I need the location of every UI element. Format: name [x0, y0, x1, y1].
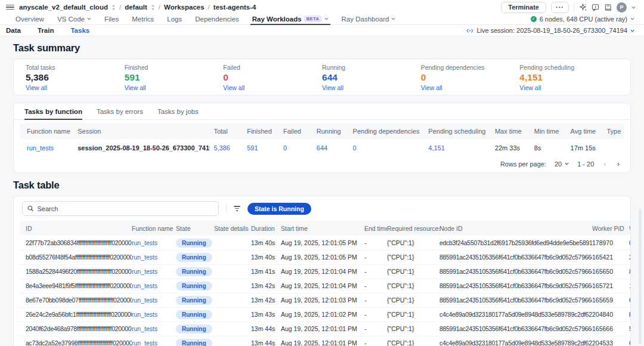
function-row-link[interactable]: run_tests	[27, 144, 54, 152]
task-row: ac73dc2a52e37998ffffffffffffffffffffffff…	[20, 336, 631, 346]
prev-page-button[interactable]: ‹	[602, 159, 607, 168]
cell-end_time: -	[364, 307, 387, 322]
view-all-link[interactable]: View all	[519, 84, 541, 91]
cell-worker_id: 2c7c114dcbc42fd59b0fd8fc6	[629, 250, 631, 264]
tab-overview[interactable]: Overview	[16, 13, 44, 24]
tab-tasks-by-errors[interactable]: Tasks by errors	[97, 103, 143, 119]
cell-function: run_tests	[132, 307, 176, 322]
cell-state: Running	[176, 264, 214, 279]
cluster-status[interactable]: ✓ 6 nodes, 648 CPU (active ray)	[531, 13, 634, 24]
function-row-link[interactable]: 0	[283, 144, 287, 152]
search-icon	[27, 205, 33, 212]
cell-start_time: Aug 19, 2025, 12:01:03 PM	[281, 293, 364, 307]
task-table-card: State is Running IDFunction nameStateSta…	[13, 196, 631, 346]
task-row: 26e24c2e9a56bfc1ffffffffffffffffffffffff…	[20, 307, 631, 322]
subtab-train[interactable]: Train	[38, 27, 54, 34]
cell-id: ac73dc2a52e37998ffffffffffffffffffffffff…	[20, 336, 132, 346]
state-badge: Running	[176, 253, 212, 262]
more-actions-button[interactable]: ···	[551, 2, 569, 13]
live-session-selector[interactable]: Live session: 2025-08-19_18-50-26_673300…	[466, 27, 634, 34]
page-size-select[interactable]: 20	[555, 160, 569, 168]
stat-label: Finished	[125, 64, 224, 71]
cell-start_time: Aug 19, 2025, 12:01:01 PM	[281, 336, 364, 346]
subtab-tasks[interactable]: Tasks	[70, 27, 89, 34]
subnav-tabs: DataTrainTasks	[6, 27, 89, 34]
cell-worker_id: 68e6b503281efd7c0022f6ac	[629, 293, 631, 307]
subtab-data[interactable]: Data	[6, 27, 21, 34]
cell-node_id: 885991ac2435105356f641cf0b6336647fb6c9d0…	[439, 250, 592, 264]
view-all-link[interactable]: View all	[322, 84, 343, 91]
vertical-scrollbar[interactable]	[639, 209, 642, 344]
cell-function: run_tests	[132, 264, 176, 279]
avatar-chevron-down-icon[interactable]	[631, 6, 636, 9]
docs-icon[interactable]	[604, 4, 612, 11]
breadcrumb-item[interactable]: test-agents-4	[213, 4, 256, 11]
cell-start_time: Aug 19, 2025, 12:01:05 PM	[281, 236, 364, 250]
function-row-link[interactable]: 5,386	[213, 144, 230, 152]
breadcrumb-item[interactable]: Workspaces	[164, 4, 205, 11]
cell-end_time: -	[364, 264, 387, 279]
tab-tasks-by-jobs[interactable]: Tasks by jobs	[157, 103, 199, 119]
filter-icon[interactable]	[234, 206, 240, 211]
search-input[interactable]	[37, 205, 213, 212]
avatar[interactable]: P	[617, 2, 627, 13]
function-link[interactable]: run_tests	[132, 268, 157, 275]
view-all-link[interactable]: View all	[223, 84, 244, 91]
tab-metrics[interactable]: Metrics	[132, 13, 154, 24]
function-card-tabs: Tasks by functionTasks by errorsTasks by…	[14, 103, 630, 120]
task-summary-title: Task summary	[13, 42, 631, 54]
function-link[interactable]: run_tests	[132, 296, 157, 304]
cluster-status-label: 6 nodes, 648 CPU (active ray)	[540, 16, 627, 23]
function-link[interactable]: run_tests	[132, 325, 157, 332]
sort-toggle-icon[interactable]	[151, 5, 155, 10]
view-all-link[interactable]: View all	[26, 84, 47, 91]
function-row-cell: 644	[313, 139, 349, 157]
sparkle-icon[interactable]	[579, 4, 587, 11]
function-row-link[interactable]: 591	[247, 144, 258, 152]
tab-label: Dependencies	[195, 16, 239, 23]
tab-ray-dashboard[interactable]: Ray Dashboard	[342, 13, 396, 24]
function-row-link[interactable]: 4,151	[428, 144, 445, 152]
column-header: Total	[210, 123, 243, 139]
cell-state_details	[214, 336, 251, 346]
cell-id: 22f77b72ab306834ffffffffffffffffffffffff…	[20, 236, 132, 250]
task-row: 22f77b72ab306834ffffffffffffffffffffffff…	[20, 236, 631, 250]
function-link[interactable]: run_tests	[132, 311, 157, 318]
sort-toggle-icon[interactable]	[112, 5, 116, 10]
cell-id: 1588a25284496f20ffffffffffffffffffffffff…	[20, 264, 132, 279]
cell-id: b08d55276f48f54affffffffffffffffffffffff…	[20, 250, 132, 264]
tab-dependencies[interactable]: Dependencies	[195, 13, 239, 24]
function-row-cell: 0	[349, 139, 425, 157]
tab-tasks-by-function[interactable]: Tasks by function	[24, 103, 82, 119]
terminate-button[interactable]: Terminate	[501, 2, 546, 13]
function-link[interactable]: run_tests	[132, 239, 157, 246]
function-link[interactable]: run_tests	[132, 339, 157, 346]
cell-id: 26e24c2e9a56bfc1ffffffffffffffffffffffff…	[20, 307, 132, 322]
next-page-button[interactable]: ›	[616, 159, 621, 168]
tab-label: Metrics	[132, 16, 154, 23]
function-row-link[interactable]: 644	[317, 144, 327, 152]
tab-logs[interactable]: Logs	[167, 13, 182, 24]
cell-duration: 13m 44s	[251, 322, 281, 336]
function-row-cell: 17m 15s	[567, 139, 603, 157]
breadcrumb-item[interactable]: default	[125, 4, 147, 11]
function-link[interactable]: run_tests	[132, 282, 157, 289]
function-row-link[interactable]: 0	[353, 144, 357, 152]
hamburger-menu-icon[interactable]	[6, 5, 14, 10]
cell-worker_pid: 165421	[592, 250, 629, 264]
cell-worker_pid: 204840	[592, 307, 629, 322]
view-all-link[interactable]: View all	[421, 84, 442, 91]
cell-state_details	[214, 322, 251, 336]
cell-node_id: c4c4e89a09d323180177a5d09e8948d533e58978…	[439, 336, 592, 346]
cell-id: 8e67e70bb098de07ffffffffffffffffffffffff…	[20, 293, 132, 307]
tab-vs-code[interactable]: VS Code	[57, 13, 91, 24]
tab-files[interactable]: Files	[104, 13, 119, 24]
view-all-link[interactable]: View all	[125, 84, 146, 91]
filter-chip-state-running[interactable]: State is Running	[247, 203, 311, 215]
stat-value: 4,151	[519, 72, 618, 83]
cell-worker_pid: 165650	[592, 264, 629, 279]
tab-ray-workloads[interactable]: Ray WorkloadsBETA	[252, 13, 329, 24]
breadcrumb-item[interactable]: anyscale_v2_default_cloud	[19, 4, 108, 11]
feedback-icon[interactable]	[592, 4, 599, 11]
function-link[interactable]: run_tests	[132, 254, 157, 261]
